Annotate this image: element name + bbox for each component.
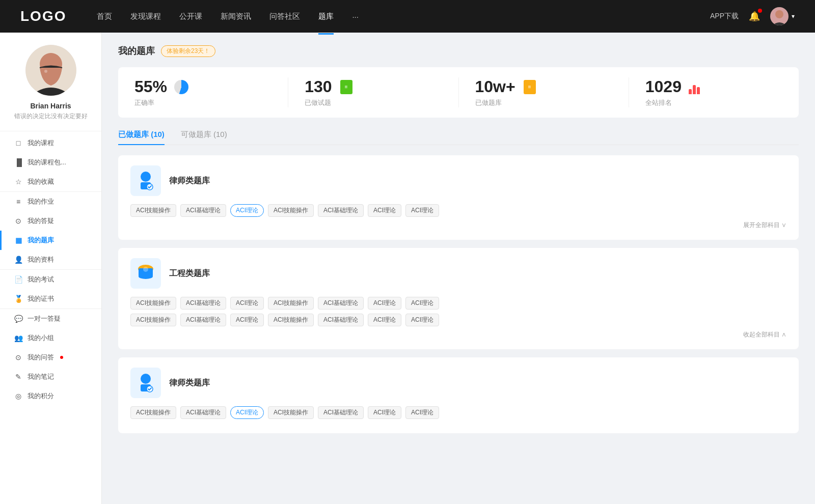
- law2-tag-1[interactable]: ACI基础理论: [180, 406, 226, 419]
- tabs-row: 已做题库 (10) 可做题库 (10): [118, 130, 799, 145]
- eng-tag-4[interactable]: ACI基础理论: [318, 297, 364, 310]
- law2-tag-6[interactable]: ACI理论: [405, 406, 439, 419]
- nav-discover[interactable]: 发现课程: [130, 10, 161, 23]
- sidebar-item-label: 我的资料: [28, 255, 54, 264]
- bank-card-lawyer-2: 律师类题库 ACI技能操作 ACI基础理论 ACI理论 ACI技能操作 ACI基…: [118, 357, 799, 433]
- nav-question-bank[interactable]: 题库: [318, 10, 334, 23]
- eng-tag-13[interactable]: ACI理论: [405, 314, 439, 326]
- sidebar-item-my-homework[interactable]: ≡ 我的作业: [0, 192, 101, 211]
- sidebar-item-my-notes[interactable]: ✎ 我的笔记: [0, 367, 101, 386]
- eng-tag-12[interactable]: ACI理论: [368, 314, 401, 326]
- sidebar-item-my-course-pack[interactable]: ▐▌ 我的课程包...: [0, 153, 101, 172]
- logo[interactable]: LOGO: [20, 8, 66, 24]
- eng-tag-7[interactable]: ACI技能操作: [130, 314, 176, 326]
- law2-tag-2-selected[interactable]: ACI理论: [230, 406, 264, 419]
- law2-tag-3[interactable]: ACI技能操作: [268, 406, 314, 419]
- nav-home[interactable]: 首页: [97, 10, 112, 23]
- bar2: [693, 85, 696, 94]
- stat-done-banks-value-row: 10w+ ≡: [475, 77, 538, 96]
- eng-tag-11[interactable]: ACI基础理论: [318, 314, 364, 326]
- nav-menu: 首页 发现课程 公开课 新闻资讯 问答社区 题库 ···: [97, 10, 710, 23]
- tab-available-banks[interactable]: 可做题库 (10): [181, 130, 227, 145]
- eng-tag-0[interactable]: ACI技能操作: [130, 297, 176, 310]
- tag-2-selected[interactable]: ACI理论: [230, 204, 264, 217]
- course-pack-icon: ▐▌: [14, 158, 22, 166]
- tag-3[interactable]: ACI技能操作: [268, 204, 314, 217]
- tag-1[interactable]: ACI基础理论: [180, 204, 226, 217]
- nav-news[interactable]: 新闻资讯: [221, 10, 251, 23]
- stat-accuracy-label: 正确率: [134, 98, 154, 107]
- svg-point-1: [775, 10, 783, 18]
- sidebar-item-my-group[interactable]: 👥 我的小组: [0, 328, 101, 348]
- bank-title-lawyer-1: 律师类题库: [169, 176, 210, 186]
- tag-6[interactable]: ACI理论: [405, 204, 439, 217]
- avatar-image: [770, 7, 789, 25]
- law2-tag-5[interactable]: ACI理论: [368, 406, 401, 419]
- user-profile-avatar: [25, 45, 76, 96]
- sidebar-item-my-bank[interactable]: ▦ 我的题库: [0, 231, 101, 250]
- lawyer2-svg-icon: [134, 372, 157, 394]
- bank-header-lawyer-2: 律师类题库: [130, 368, 786, 398]
- eng-tag-10[interactable]: ACI技能操作: [268, 314, 314, 326]
- cert-icon: 🏅: [14, 295, 22, 303]
- qa-icon: ⊙: [14, 217, 22, 225]
- nav-opencourse[interactable]: 公开课: [179, 10, 202, 23]
- eng-tag-9[interactable]: ACI理论: [230, 314, 264, 326]
- sidebar-item-my-exam[interactable]: 📄 我的考试: [0, 270, 101, 289]
- sidebar-item-my-questions[interactable]: ⊙ 我的问答: [0, 348, 101, 367]
- eng-tag-3[interactable]: ACI技能操作: [268, 297, 314, 310]
- eng-tag-5[interactable]: ACI理论: [368, 297, 401, 310]
- section-title-row: 我的题库 体验剩余23天！: [118, 45, 799, 57]
- points-icon: ◎: [14, 392, 22, 400]
- eng-tag-2[interactable]: ACI理论: [230, 297, 264, 310]
- bank-card-lawyer-1: 律师类题库 ACI技能操作 ACI基础理论 ACI理论 ACI技能操作 ACI基…: [118, 155, 799, 240]
- stat-accuracy: 55% 正确率: [118, 77, 288, 107]
- sidebar-item-my-favorites[interactable]: ☆ 我的收藏: [0, 172, 101, 191]
- sidebar-item-label: 我的考试: [28, 275, 54, 284]
- notification-bell[interactable]: 🔔: [749, 11, 760, 22]
- svg-point-11: [139, 274, 153, 279]
- stat-done-banks-value: 10w+: [475, 77, 515, 96]
- eng-tag-1[interactable]: ACI基础理论: [180, 297, 226, 310]
- stat-done-q-label: 已做试题: [305, 98, 331, 107]
- eng-tag-8[interactable]: ACI基础理论: [180, 314, 226, 326]
- sidebar-item-my-course[interactable]: □ 我的课程: [0, 133, 101, 153]
- bar3: [697, 87, 700, 94]
- tag-4[interactable]: ACI基础理论: [318, 204, 364, 217]
- law2-tag-0[interactable]: ACI技能操作: [130, 406, 176, 419]
- eng-tag-6[interactable]: ACI理论: [405, 297, 439, 310]
- exam-icon: 📄: [14, 275, 22, 284]
- app-download-link[interactable]: APP下载: [710, 12, 739, 21]
- sidebar-item-my-points[interactable]: ◎ 我的积分: [0, 386, 101, 406]
- sidebar-item-my-profile[interactable]: 👤 我的资料: [0, 250, 101, 269]
- user-avatar-nav[interactable]: ▾: [770, 7, 795, 25]
- nav-more[interactable]: ···: [352, 10, 359, 23]
- stat-ranking-value-row: 1029: [645, 77, 704, 96]
- stat-done-q-value-row: 130 ≡: [305, 77, 354, 96]
- collapse-engineer[interactable]: 收起全部科目 ∧: [130, 330, 786, 339]
- bank-icon-lawyer-2: [130, 368, 161, 398]
- nav-right: APP下载 🔔 ▾: [710, 7, 795, 25]
- tab-done-banks[interactable]: 已做题库 (10): [118, 130, 165, 145]
- sidebar-item-label: 我的证书: [28, 294, 54, 303]
- nav-qa[interactable]: 问答社区: [269, 10, 300, 23]
- stat-done-banks: 10w+ ≡ 已做题库: [459, 77, 629, 107]
- avatar-chevron-icon: ▾: [792, 13, 795, 20]
- sidebar-item-label: 我的收藏: [28, 177, 54, 186]
- stat-ranking-label: 全站排名: [645, 98, 672, 107]
- tag-5[interactable]: ACI理论: [368, 204, 401, 217]
- sidebar-item-my-cert[interactable]: 🏅 我的证书: [0, 289, 101, 309]
- trial-badge: 体验剩余23天！: [161, 45, 215, 57]
- sidebar-item-label: 我的课程: [28, 138, 54, 148]
- sidebar-item-1on1[interactable]: 💬 一对一答疑: [0, 309, 101, 328]
- tag-0[interactable]: ACI技能操作: [130, 204, 176, 217]
- bar-chart-icon: [689, 80, 703, 94]
- tags-row-lawyer-2: ACI技能操作 ACI基础理论 ACI理论 ACI技能操作 ACI基础理论 AC…: [130, 406, 786, 419]
- expand-lawyer-1[interactable]: 展开全部科目 ∨: [130, 221, 786, 230]
- sidebar-item-label: 我的小组: [28, 333, 54, 343]
- svg-point-13: [141, 374, 151, 384]
- law2-tag-4[interactable]: ACI基础理论: [318, 406, 364, 419]
- sidebar-item-my-qa[interactable]: ⊙ 我的答疑: [0, 211, 101, 231]
- sidebar-item-label: 我的积分: [28, 391, 54, 401]
- stat-done-banks-label: 已做题库: [475, 98, 502, 107]
